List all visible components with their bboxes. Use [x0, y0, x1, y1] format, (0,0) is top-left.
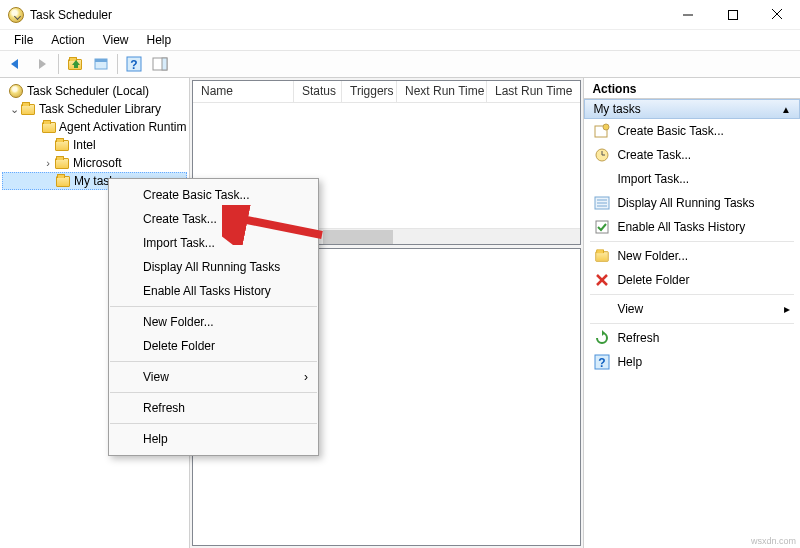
action-create-task[interactable]: Create Task... [584, 143, 800, 167]
context-menu: Create Basic Task... Create Task... Impo… [108, 178, 319, 456]
menu-action[interactable]: Action [43, 31, 92, 49]
new-folder-icon [594, 248, 610, 264]
minimize-button[interactable] [665, 0, 710, 30]
ctx-refresh[interactable]: Refresh [109, 396, 318, 420]
up-folder-button[interactable] [63, 53, 87, 75]
action-display-running[interactable]: Display All Running Tasks [584, 191, 800, 215]
task-icon [594, 147, 610, 163]
action-label: New Folder... [617, 249, 688, 263]
help-icon: ? [126, 56, 142, 72]
menu-bar: File Action View Help [0, 30, 800, 50]
tree-library[interactable]: ⌄ Task Scheduler Library [2, 100, 187, 118]
ctx-delete-folder[interactable]: Delete Folder [109, 334, 318, 358]
tree-item-intel[interactable]: Intel [2, 136, 187, 154]
action-create-basic-task[interactable]: Create Basic Task... [584, 119, 800, 143]
tree-root-label: Task Scheduler (Local) [27, 84, 149, 98]
menu-help[interactable]: Help [139, 31, 180, 49]
maximize-button[interactable] [710, 0, 755, 30]
close-button[interactable] [755, 0, 800, 30]
delete-icon [594, 272, 610, 288]
watermark: wsxdn.com [751, 536, 796, 546]
wizard-icon [594, 123, 610, 139]
svg-marker-4 [11, 59, 18, 69]
action-new-folder[interactable]: New Folder... [584, 244, 800, 268]
separator [590, 323, 794, 324]
action-enable-history[interactable]: Enable All Tasks History [584, 215, 800, 239]
folder-icon [56, 176, 70, 187]
action-delete-folder[interactable]: Delete Folder [584, 268, 800, 292]
ctx-label: Delete Folder [143, 339, 215, 353]
submenu-arrow-icon: › [304, 370, 308, 384]
menu-file[interactable]: File [6, 31, 41, 49]
svg-rect-12 [162, 58, 167, 70]
back-button[interactable] [4, 53, 28, 75]
action-label: Create Task... [617, 148, 691, 162]
help-button[interactable]: ? [122, 53, 146, 75]
tree-item-label: Intel [73, 138, 96, 152]
ctx-help[interactable]: Help [109, 427, 318, 451]
scheduler-icon [9, 84, 23, 98]
column-last-run[interactable]: Last Run Time [487, 81, 580, 102]
ctx-new-folder[interactable]: New Folder... [109, 310, 318, 334]
action-label: Create Basic Task... [617, 124, 724, 138]
svg-rect-22 [596, 221, 608, 233]
menu-view[interactable]: View [95, 31, 137, 49]
history-icon [594, 219, 610, 235]
show-action-pane-button[interactable] [148, 53, 172, 75]
folder-icon [55, 140, 69, 151]
action-view[interactable]: View ▸ [584, 297, 800, 321]
tree-item-label: Microsoft [73, 156, 122, 170]
action-label: Enable All Tasks History [617, 220, 745, 234]
tree-item-microsoft[interactable]: › Microsoft [2, 154, 187, 172]
svg-rect-8 [95, 59, 107, 62]
action-help[interactable]: ? Help [584, 350, 800, 374]
expand-toggle[interactable]: › [42, 157, 54, 169]
ctx-view[interactable]: View› [109, 365, 318, 389]
ctx-label: Help [143, 432, 168, 446]
column-triggers[interactable]: Triggers [342, 81, 397, 102]
folder-icon [55, 158, 69, 169]
action-import-task[interactable]: Import Task... [584, 167, 800, 191]
tree-root[interactable]: Task Scheduler (Local) [2, 82, 187, 100]
toolbar-separator [58, 54, 59, 74]
action-refresh[interactable]: Refresh [584, 326, 800, 350]
tree-item-label: Agent Activation Runtime [59, 120, 187, 134]
column-name[interactable]: Name [193, 81, 294, 102]
svg-marker-6 [72, 60, 80, 68]
window-title: Task Scheduler [30, 8, 665, 22]
properties-button[interactable] [89, 53, 113, 75]
ctx-label: View [143, 370, 169, 384]
refresh-icon [594, 330, 610, 346]
submenu-arrow-icon: ▸ [784, 302, 790, 316]
actions-group-header[interactable]: My tasks ▲ [584, 99, 800, 119]
import-icon [594, 171, 610, 187]
column-status[interactable]: Status [294, 81, 342, 102]
ctx-display-running[interactable]: Display All Running Tasks [109, 255, 318, 279]
close-icon [772, 9, 783, 20]
back-arrow-icon [8, 57, 24, 71]
action-label: View [617, 302, 643, 316]
minimize-icon [683, 10, 693, 20]
collapse-toggle[interactable]: ⌄ [8, 103, 20, 116]
scrollbar-thumb[interactable] [323, 230, 393, 244]
actions-group-label: My tasks [593, 102, 640, 116]
ctx-enable-history[interactable]: Enable All Tasks History [109, 279, 318, 303]
svg-text:?: ? [130, 58, 137, 72]
properties-icon [93, 57, 109, 71]
svg-rect-1 [728, 10, 737, 19]
toolbar: ? [0, 50, 800, 78]
forward-arrow-icon [34, 57, 50, 71]
actions-title: Actions [584, 78, 800, 99]
ctx-create-task[interactable]: Create Task... [109, 207, 318, 231]
ctx-import-task[interactable]: Import Task... [109, 231, 318, 255]
action-label: Help [617, 355, 642, 369]
list-icon [594, 195, 610, 211]
folder-icon [42, 122, 56, 133]
blank-icon [594, 301, 610, 317]
tree-item-agent[interactable]: Agent Activation Runtime [2, 118, 187, 136]
title-bar: Task Scheduler [0, 0, 800, 30]
column-next-run[interactable]: Next Run Time [397, 81, 487, 102]
forward-button[interactable] [30, 53, 54, 75]
ctx-label: New Folder... [143, 315, 214, 329]
ctx-create-basic-task[interactable]: Create Basic Task... [109, 183, 318, 207]
